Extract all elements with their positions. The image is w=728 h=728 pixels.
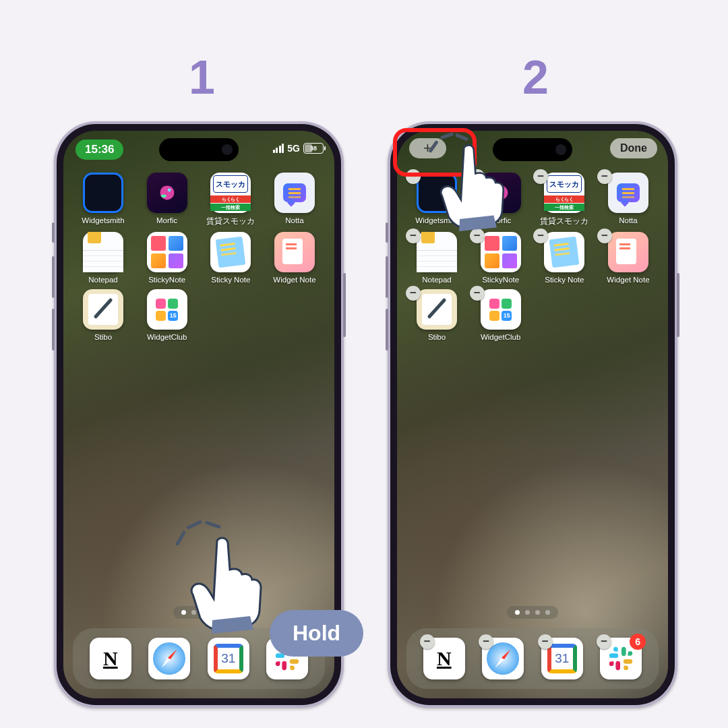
- app-tile[interactable]: [608, 232, 648, 272]
- tap-hand-icon: [438, 140, 518, 231]
- dock-notion[interactable]: N: [90, 638, 131, 679]
- app-label: Notta: [285, 216, 304, 224]
- app-stibo[interactable]: −Stibo: [409, 289, 464, 341]
- app-label: Notepad: [422, 276, 451, 284]
- done-button[interactable]: Done: [610, 138, 657, 158]
- app-tile[interactable]: [417, 232, 457, 272]
- app-label: Morfic: [156, 216, 177, 224]
- phone-2: + Done −Widgetsmith−Morfic−スモッカらくらく一括検索賃…: [388, 121, 677, 708]
- remove-app-button[interactable]: −: [470, 286, 485, 301]
- app-label: Notepad: [88, 276, 117, 284]
- app-smocca[interactable]: −スモッカらくらく一括検索賃貸スモッカ: [537, 173, 592, 226]
- app-tile[interactable]: N: [90, 638, 131, 679]
- app-widgetclub[interactable]: −15WidgetClub: [473, 289, 528, 341]
- app-tile[interactable]: 31: [208, 638, 249, 679]
- dock: −N−−31−6: [406, 628, 659, 689]
- app-widget-note[interactable]: −Widget Note: [601, 232, 656, 284]
- app-stickynote[interactable]: −StickyNote: [473, 232, 528, 284]
- dock-google-calendar[interactable]: −31: [541, 638, 583, 679]
- app-notepad[interactable]: −Notepad: [409, 232, 464, 284]
- app-label: 賃貸スモッカ: [540, 216, 588, 226]
- step-2-number: 2: [522, 51, 549, 104]
- svg-point-0: [167, 189, 171, 192]
- app-label: StickyNote: [148, 276, 185, 284]
- app-morfic[interactable]: Morfic: [140, 173, 195, 226]
- remove-app-button[interactable]: −: [597, 169, 612, 184]
- tap-hand-icon: [189, 533, 276, 634]
- app-stickynote[interactable]: StickyNote: [140, 232, 195, 284]
- app-notta[interactable]: Notta: [267, 173, 322, 226]
- svg-rect-7: [624, 659, 632, 664]
- app-tile[interactable]: [274, 232, 315, 272]
- dock-notion[interactable]: −N: [423, 638, 465, 679]
- app-widgetsmith[interactable]: Widgetsmith: [75, 173, 131, 226]
- app-label: WidgetClub: [481, 333, 520, 341]
- app-tile[interactable]: スモッカらくらく一括検索: [210, 173, 251, 213]
- app-widget-note[interactable]: Widget Note: [267, 232, 322, 284]
- page-indicator[interactable]: [507, 606, 558, 619]
- svg-rect-2: [290, 659, 299, 664]
- app-label: Widgetsmith: [82, 216, 124, 224]
- step-1-number: 1: [189, 51, 215, 104]
- network-label: 5G: [287, 143, 300, 154]
- notification-badge: 6: [630, 634, 646, 650]
- app-tile[interactable]: [417, 289, 457, 330]
- app-tile[interactable]: 15: [147, 289, 187, 330]
- app-tile[interactable]: [83, 289, 123, 330]
- dock-safari[interactable]: −: [482, 638, 524, 679]
- app-label: Widget Note: [273, 276, 315, 284]
- remove-app-button[interactable]: −: [406, 229, 421, 243]
- svg-rect-6: [621, 647, 626, 656]
- app-tile[interactable]: [83, 173, 123, 213]
- app-label: 賃貸スモッカ: [206, 216, 255, 226]
- app-notepad[interactable]: Notepad: [75, 232, 131, 284]
- svg-rect-3: [282, 661, 287, 670]
- app-sticky-note[interactable]: Sticky Note: [203, 232, 258, 284]
- app-tile[interactable]: [608, 173, 648, 213]
- app-label: StickyNote: [482, 276, 519, 284]
- app-tile[interactable]: [481, 232, 521, 272]
- hold-label: Hold: [270, 610, 363, 657]
- time-pill[interactable]: 15:36: [75, 140, 123, 160]
- app-tile[interactable]: スモッカらくらく一括検索: [544, 173, 584, 213]
- remove-app-button[interactable]: −: [406, 286, 421, 301]
- signal-icon: [273, 144, 284, 153]
- app-stibo[interactable]: Stibo: [75, 289, 131, 341]
- remove-app-button[interactable]: −: [597, 229, 612, 243]
- app-label: Sticky Note: [545, 276, 584, 284]
- app-tile[interactable]: [147, 232, 187, 272]
- app-tile[interactable]: [148, 638, 190, 679]
- app-tile[interactable]: [147, 173, 187, 213]
- app-tile[interactable]: 15: [481, 289, 521, 330]
- app-label: Stibo: [428, 333, 446, 341]
- app-smocca[interactable]: スモッカらくらく一括検索賃貸スモッカ: [203, 173, 258, 226]
- app-label: WidgetClub: [147, 333, 187, 341]
- app-widgetclub[interactable]: 15WidgetClub: [140, 289, 195, 341]
- remove-app-button[interactable]: −: [420, 634, 435, 649]
- app-label: Sticky Note: [211, 276, 250, 284]
- battery-icon: 38: [303, 143, 324, 154]
- app-label: Widget Note: [607, 276, 649, 284]
- app-sticky-note[interactable]: −Sticky Note: [537, 232, 592, 284]
- svg-rect-9: [609, 653, 618, 658]
- svg-rect-8: [616, 661, 621, 670]
- app-tile[interactable]: [544, 232, 584, 272]
- app-tile[interactable]: [83, 232, 123, 272]
- app-tile[interactable]: [210, 232, 251, 272]
- dock-slack[interactable]: −6: [600, 638, 642, 679]
- app-label: Stibo: [94, 333, 112, 341]
- dock-google-calendar[interactable]: 31: [208, 638, 249, 679]
- dynamic-island: [159, 138, 239, 161]
- app-tile[interactable]: [274, 173, 315, 213]
- dock-safari[interactable]: [148, 638, 190, 679]
- app-notta[interactable]: −Notta: [601, 173, 656, 226]
- app-label: Notta: [619, 216, 638, 224]
- remove-app-button[interactable]: −: [538, 634, 553, 649]
